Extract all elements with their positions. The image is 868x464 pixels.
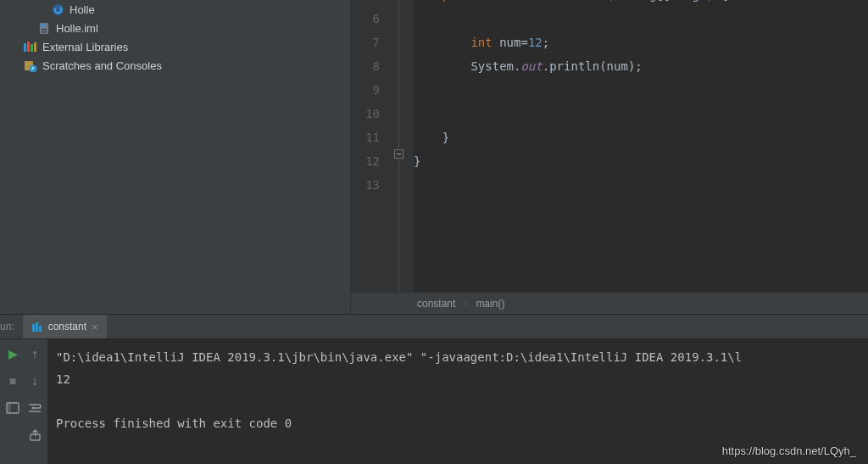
run-title: un:	[0, 321, 23, 333]
tab-run-icon	[31, 321, 43, 333]
svg-rect-13	[36, 322, 38, 332]
svg-rect-9	[34, 42, 36, 52]
chevron-right-icon: ›	[464, 298, 467, 310]
svg-rect-3	[42, 29, 47, 31]
svg-rect-16	[7, 403, 11, 413]
fold-handle-icon[interactable]	[394, 149, 403, 159]
tree-item-class[interactable]: Holle	[0, 0, 350, 19]
tree-item-scratches[interactable]: Scratches and Consoles	[0, 56, 350, 75]
run-toolwindow-header[interactable]: un: constant ×	[0, 314, 868, 339]
tree-item-libraries[interactable]: External Libraries	[0, 37, 350, 56]
crumb-method[interactable]: main()	[476, 298, 504, 310]
run-line-marker-icon[interactable]: ▶	[364, 0, 370, 5]
class-icon	[51, 3, 64, 16]
code-content[interactable]: public static void main(String[] args) {…	[414, 0, 868, 292]
stop-icon[interactable]: ■	[3, 372, 22, 390]
layout-icon[interactable]	[3, 399, 22, 417]
run-tab[interactable]: constant ×	[23, 315, 107, 338]
project-tree[interactable]: Holle Holle.iml External Libraries	[0, 0, 350, 314]
fold-gutter[interactable]: ▶	[387, 0, 414, 292]
svg-rect-14	[39, 326, 42, 332]
svg-rect-7	[27, 42, 30, 52]
code-editor[interactable]: 5678910111213 ▶ public static void main(…	[350, 0, 868, 314]
tree-item-label: Holle.iml	[56, 22, 98, 35]
svg-rect-6	[24, 43, 26, 52]
tree-item-label: Scratches and Consoles	[42, 59, 162, 72]
run-tab-label: constant	[48, 321, 86, 333]
soft-wrap-icon[interactable]	[25, 399, 44, 417]
crumb-class[interactable]: constant	[417, 298, 455, 310]
svg-rect-12	[32, 324, 35, 332]
run-toolbar: ▶ ■ ↑ ↓	[0, 339, 47, 464]
export-icon[interactable]	[25, 426, 44, 444]
tree-item-label: Holle	[70, 3, 95, 16]
svg-rect-5	[41, 24, 45, 27]
watermark: https://blog.csdn.net/LQyh_	[722, 444, 856, 457]
scroll-up-icon[interactable]: ↑	[25, 344, 44, 363]
line-number-gutter: 5678910111213	[351, 0, 387, 292]
close-icon[interactable]: ×	[92, 321, 98, 333]
svg-rect-4	[42, 31, 47, 33]
libraries-icon	[24, 40, 37, 53]
scroll-down-icon[interactable]: ↓	[25, 372, 44, 390]
tree-item-file[interactable]: Holle.iml	[0, 19, 350, 37]
tree-item-label: External Libraries	[42, 41, 128, 53]
file-icon	[37, 21, 51, 35]
scratches-icon	[24, 59, 37, 72]
svg-rect-8	[31, 44, 33, 52]
rerun-icon[interactable]: ▶	[3, 344, 22, 363]
breadcrumb[interactable]: constant › main()	[351, 292, 868, 314]
